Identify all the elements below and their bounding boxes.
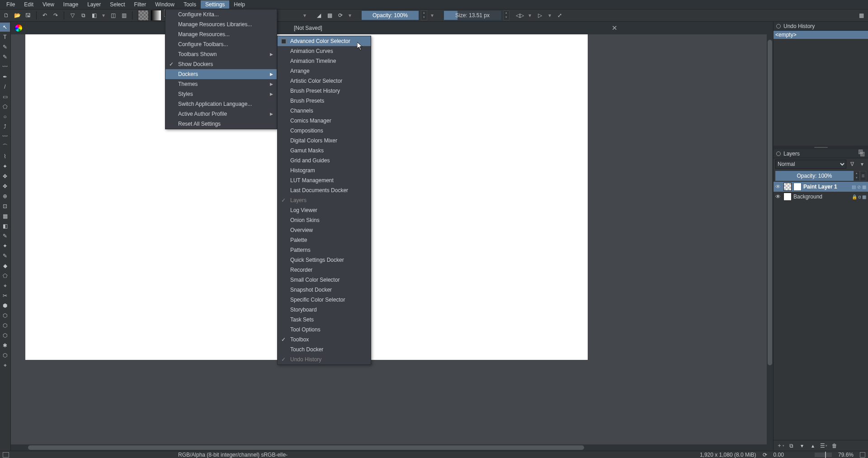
zoom-icon[interactable]: ✂: [0, 291, 10, 300]
docker-item-log-viewer[interactable]: Log Viewer: [278, 205, 371, 215]
docker-item-quick-settings-docker[interactable]: Quick Settings Docker: [278, 255, 371, 265]
canvas-only-icon[interactable]: [860, 452, 865, 458]
layer-row[interactable]: 👁Background🔒 α ▦: [774, 192, 868, 202]
edit-shapes-icon[interactable]: ✎: [0, 52, 10, 61]
gradient-swatch[interactable]: [151, 10, 161, 21]
smart-patch-icon[interactable]: ✦: [0, 241, 10, 250]
undo-icon[interactable]: ↶: [40, 11, 49, 20]
menu-item-switch-application-language[interactable]: Switch Application Language...: [165, 99, 277, 109]
filter-icon[interactable]: ▽: [68, 11, 77, 20]
docker-item-last-documents-docker[interactable]: Last Documents Docker: [278, 185, 371, 195]
dropdown-arrow-icon[interactable]: ▾: [429, 10, 435, 20]
docker-item-overview[interactable]: Overview: [278, 225, 371, 235]
layer-filter-dropdown-icon[interactable]: ▾: [858, 160, 866, 169]
transform-icon[interactable]: ✥: [0, 172, 10, 181]
text-tool-icon[interactable]: T: [0, 33, 10, 42]
ellipse-icon[interactable]: ○: [0, 112, 10, 121]
docker-item-onion-skins[interactable]: Onion Skins: [278, 215, 371, 225]
free-select-icon[interactable]: ⬡: [0, 331, 10, 340]
redo-icon[interactable]: ↷: [51, 11, 60, 20]
similar-select-icon[interactable]: ⬡: [0, 351, 10, 360]
menu-item-show-dockers[interactable]: ✓Show Dockers: [165, 59, 277, 69]
reload-icon[interactable]: ⟳: [336, 11, 345, 20]
brush-dropdown-icon[interactable]: ▾: [302, 10, 308, 20]
docker-item-palette[interactable]: Palette: [278, 235, 371, 245]
dropdown-arrow-icon[interactable]: ▾: [100, 10, 107, 20]
rectangle-icon[interactable]: ▭: [0, 92, 10, 101]
save-file-icon[interactable]: 🖫: [24, 11, 33, 20]
menu-image[interactable]: Image: [59, 0, 83, 9]
docker-item-recorder[interactable]: Recorder: [278, 265, 371, 275]
alpha-lock-icon[interactable]: ▩: [325, 11, 334, 20]
menu-item-configure-krita[interactable]: Configure Krita...: [165, 9, 277, 19]
document-tab[interactable]: [Not Saved] ✕: [289, 22, 622, 34]
horizontal-scrollbar[interactable]: [11, 444, 773, 451]
bezier-icon[interactable]: ⤴: [0, 122, 10, 131]
pan-icon[interactable]: ⌖: [0, 281, 10, 290]
docker-item-snapshot-docker[interactable]: Snapshot Docker: [278, 285, 371, 295]
color-picker-icon[interactable]: ✎: [0, 231, 10, 241]
docker-item-brush-presets[interactable]: Brush Presets: [278, 96, 371, 106]
menu-item-reset-all-settings[interactable]: Reset All Settings: [165, 119, 277, 129]
float-docker-icon[interactable]: [776, 151, 781, 156]
dropdown-arrow-icon[interactable]: ▾: [527, 10, 533, 20]
open-file-icon[interactable]: 📂: [13, 11, 22, 20]
scroll-thumb[interactable]: [768, 40, 772, 365]
size-spinner[interactable]: ▴▾: [503, 10, 509, 20]
docker-item-comics-manager[interactable]: Comics Manager: [278, 116, 371, 126]
docker-item-small-color-selector[interactable]: Small Color Selector: [278, 275, 371, 285]
mirror-v-icon[interactable]: ▷: [535, 10, 545, 20]
docker-item-advanced-color-selector[interactable]: Advanced Color Selector: [278, 36, 371, 46]
menu-file[interactable]: File: [2, 0, 19, 9]
panel-drag-handle[interactable]: [774, 146, 868, 149]
undo-history-header[interactable]: Undo History: [774, 22, 868, 31]
duplicate-layer-icon[interactable]: ⧉: [787, 442, 795, 450]
rect-select-icon[interactable]: ⬢: [0, 301, 10, 310]
menu-item-dockers[interactable]: Dockers▶: [165, 69, 277, 79]
gradient-icon[interactable]: ▦: [0, 212, 10, 221]
undo-history-item[interactable]: <empty>: [774, 31, 868, 39]
workspace-icon[interactable]: ▦: [856, 10, 866, 20]
docker-item-patterns[interactable]: Patterns: [278, 245, 371, 255]
docker-item-arrange[interactable]: Arrange: [278, 66, 371, 76]
move-tool-icon[interactable]: ↖: [0, 23, 10, 32]
docker-item-histogram[interactable]: Histogram: [278, 165, 371, 175]
visibility-icon[interactable]: 👁: [775, 194, 782, 200]
docker-item-gamut-masks[interactable]: Gamut Masks: [278, 146, 371, 156]
move-layer-up-icon[interactable]: ▴: [809, 442, 817, 450]
move-layer-down-icon[interactable]: ▾: [798, 442, 806, 450]
reference-icon[interactable]: ⬠: [0, 271, 10, 280]
docker-item-channels[interactable]: Channels: [278, 106, 371, 116]
menu-item-active-author-profile[interactable]: Active Author Profile▶: [165, 109, 277, 119]
polygon-icon[interactable]: ⬠: [0, 102, 10, 111]
layer-opacity-menu-icon[interactable]: ≡: [860, 171, 866, 181]
zoom-slider[interactable]: [815, 453, 832, 457]
menu-select[interactable]: Select: [105, 0, 129, 9]
calligraphy-icon[interactable]: 〰: [0, 62, 10, 71]
layers-header[interactable]: Layers ▥: [774, 149, 868, 158]
docker-item-toolbox[interactable]: ✓Toolbox: [278, 335, 371, 345]
wrap-around-icon[interactable]: ⤢: [555, 10, 565, 20]
docker-item-artistic-color-selector[interactable]: Artistic Color Selector: [278, 76, 371, 86]
docker-item-touch-docker[interactable]: Touch Docker: [278, 345, 371, 354]
menu-item-toolbars-shown[interactable]: Toolbars Shown▶: [165, 49, 277, 59]
freehand-path-icon[interactable]: ⌒: [0, 142, 10, 151]
contig-select-icon[interactable]: ✱: [0, 341, 10, 350]
eraser-icon[interactable]: ◢: [314, 11, 323, 20]
docker-item-grid-and-guides[interactable]: Grid and Guides: [278, 156, 371, 165]
menu-layer[interactable]: Layer: [83, 0, 105, 9]
new-file-icon[interactable]: 🗋: [2, 11, 11, 20]
docker-item-tool-options[interactable]: Tool Options: [278, 325, 371, 335]
menu-item-manage-resources-libraries[interactable]: Manage Resources Libraries...: [165, 19, 277, 29]
layer-lock-icons[interactable]: 🔒 α ▦: [852, 194, 866, 199]
dropdown-arrow-icon[interactable]: ▾: [347, 10, 353, 20]
docker-item-lut-management[interactable]: LUT Management: [278, 175, 371, 185]
opacity-spinner[interactable]: ▴▾: [421, 10, 427, 20]
menu-item-themes[interactable]: Themes▶: [165, 79, 277, 89]
pencil-icon[interactable]: ✒: [0, 72, 10, 81]
color-wheel-icon[interactable]: [14, 24, 23, 32]
crop-icon[interactable]: ⊕: [0, 192, 10, 201]
pattern-edit-icon[interactable]: ◧: [0, 222, 10, 231]
magnetic-select-icon[interactable]: ⌖: [0, 361, 10, 370]
poly-select-icon[interactable]: ⬡: [0, 321, 10, 330]
